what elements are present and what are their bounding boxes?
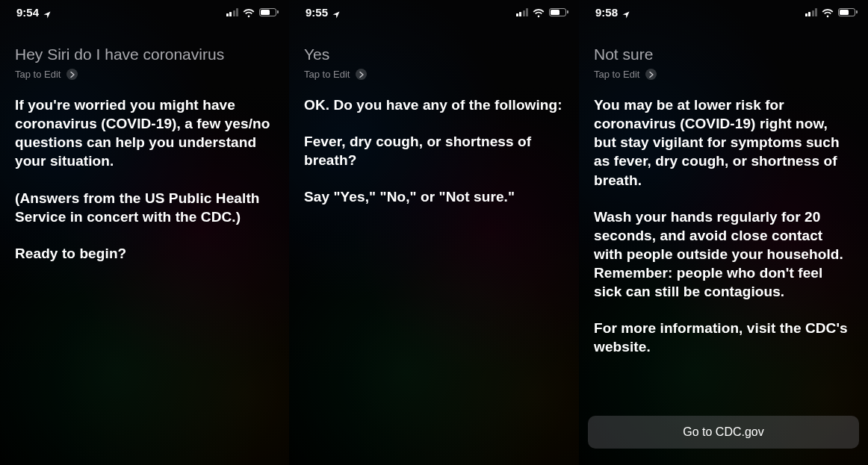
response-paragraph: Wash your hands regularly for 20 seconds… [594, 207, 853, 301]
status-time: 9:54 [16, 6, 39, 19]
tap-to-edit-button[interactable]: Tap to Edit [15, 69, 78, 80]
location-icon [622, 8, 630, 16]
tap-to-edit-label: Tap to Edit [15, 69, 61, 80]
response-paragraph: For more information, visit the CDC's we… [594, 319, 853, 356]
response-paragraph: Fever, dry cough, or shortness of breath… [304, 132, 564, 169]
wifi-icon [822, 7, 834, 16]
tap-to-edit-button[interactable]: Tap to Edit [304, 69, 367, 80]
location-icon [43, 8, 51, 16]
chevron-right-icon [356, 69, 367, 80]
status-time: 9:58 [595, 6, 618, 19]
cellular-signal-icon [226, 8, 239, 16]
battery-icon [549, 8, 568, 16]
siri-query-block: Not sure Tap to Edit [579, 21, 868, 87]
siri-screen-2: 9:55 Yes Tap to Edit OK. Do you [289, 0, 579, 465]
go-to-cdc-button[interactable]: Go to CDC.gov [588, 416, 859, 449]
location-icon [332, 8, 340, 16]
cellular-signal-icon [516, 8, 529, 16]
siri-screen-3: 9:58 Not sure Tap to Edit You ma [579, 0, 868, 465]
tap-to-edit-label: Tap to Edit [304, 69, 350, 80]
response-paragraph: OK. Do you have any of the following: [304, 96, 564, 114]
cellular-signal-icon [805, 8, 818, 16]
tap-to-edit-label: Tap to Edit [594, 69, 639, 80]
wifi-icon [243, 7, 255, 16]
siri-response: OK. Do you have any of the following: Fe… [289, 87, 579, 206]
siri-query-text: Yes [304, 45, 564, 64]
siri-query-block: Hey Siri do I have coronavirus Tap to Ed… [0, 21, 289, 87]
status-bar: 9:55 [289, 0, 579, 21]
wifi-icon [533, 7, 545, 16]
siri-query-text: Hey Siri do I have coronavirus [15, 45, 274, 64]
response-paragraph: Ready to begin? [15, 244, 274, 263]
status-bar: 9:58 [579, 0, 868, 21]
status-bar: 9:54 [0, 0, 289, 21]
response-paragraph: You may be at lower risk for coronavirus… [594, 96, 853, 189]
siri-query-text: Not sure [594, 45, 853, 64]
response-paragraph: Say "Yes," "No," or "Not sure." [304, 187, 564, 206]
chevron-right-icon [645, 69, 657, 80]
status-time: 9:55 [306, 6, 328, 19]
tap-to-edit-button[interactable]: Tap to Edit [594, 69, 657, 80]
siri-screen-1: 9:54 Hey Siri do I have coronavirus Tap … [0, 0, 289, 465]
siri-query-block: Yes Tap to Edit [289, 21, 579, 87]
siri-response: You may be at lower risk for coronavirus… [579, 87, 868, 356]
siri-response: If you're worried you might have coronav… [0, 87, 289, 263]
battery-icon [259, 8, 279, 16]
response-paragraph: If you're worried you might have coronav… [15, 96, 274, 170]
chevron-right-icon [66, 69, 78, 80]
battery-icon [838, 8, 858, 16]
response-paragraph: (Answers from the US Public Health Servi… [15, 189, 274, 226]
